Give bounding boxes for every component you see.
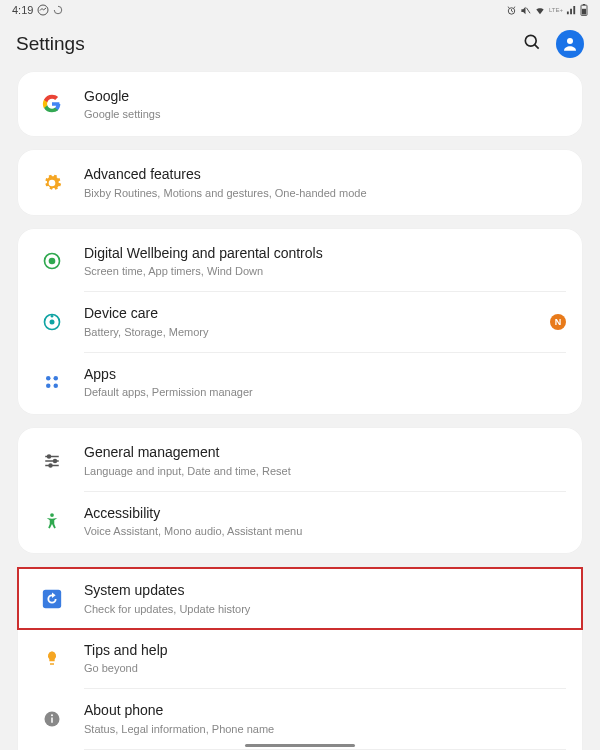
svg-point-13 xyxy=(51,315,54,318)
alarm-icon xyxy=(506,5,517,16)
notification-badge: N xyxy=(550,314,566,330)
row-sub: Screen time, App timers, Wind Down xyxy=(84,264,566,278)
row-accessibility[interactable]: Accessibility Voice Assistant, Mono audi… xyxy=(18,491,582,551)
row-sub: Default apps, Permission manager xyxy=(84,385,566,399)
svg-point-14 xyxy=(46,376,51,381)
settings-list: Google Google settings Advanced features… xyxy=(0,72,600,750)
row-title: About phone xyxy=(84,701,566,719)
svg-line-2 xyxy=(526,7,530,13)
mute-icon xyxy=(520,5,531,16)
svg-point-10 xyxy=(49,258,56,265)
svg-rect-27 xyxy=(51,717,53,722)
svg-point-24 xyxy=(50,513,54,517)
system-update-icon xyxy=(32,588,72,610)
row-about-phone[interactable]: About phone Status, Legal information, P… xyxy=(18,688,582,748)
row-sub: Battery, Storage, Memory xyxy=(84,325,542,339)
swirl-icon xyxy=(53,5,63,15)
profile-avatar[interactable] xyxy=(556,30,584,58)
card-system: System updates Check for updates, Update… xyxy=(18,567,582,750)
svg-point-28 xyxy=(51,714,53,716)
row-sub: Google settings xyxy=(84,107,566,121)
card-device: Digital Wellbeing and parental controls … xyxy=(18,229,582,414)
lte-label: LTE+ xyxy=(549,7,563,13)
svg-point-17 xyxy=(54,384,59,389)
row-google[interactable]: Google Google settings xyxy=(18,74,582,134)
card-management: General management Language and input, D… xyxy=(18,428,582,553)
messenger-icon xyxy=(37,4,49,16)
row-apps[interactable]: Apps Default apps, Permission manager xyxy=(18,352,582,412)
sliders-icon xyxy=(32,452,72,470)
row-title: Google xyxy=(84,87,566,105)
wifi-icon xyxy=(534,5,546,16)
wellbeing-icon xyxy=(32,251,72,271)
row-sub: Voice Assistant, Mono audio, Assistant m… xyxy=(84,524,566,538)
gear-icon xyxy=(32,173,72,193)
svg-point-21 xyxy=(48,455,51,458)
svg-rect-25 xyxy=(43,589,61,607)
row-title: Tips and help xyxy=(84,641,566,659)
row-sub: Go beyond xyxy=(84,661,566,675)
svg-point-15 xyxy=(54,376,59,381)
svg-line-7 xyxy=(535,45,539,49)
search-icon[interactable] xyxy=(522,32,542,56)
svg-point-22 xyxy=(54,459,57,462)
svg-point-16 xyxy=(46,384,51,389)
header: Settings xyxy=(0,20,600,72)
device-care-icon xyxy=(32,312,72,332)
svg-point-12 xyxy=(50,319,55,324)
svg-point-8 xyxy=(567,38,573,44)
row-sub: Language and input, Date and time, Reset xyxy=(84,464,566,478)
row-digital-wellbeing[interactable]: Digital Wellbeing and parental controls … xyxy=(18,231,582,291)
battery-icon xyxy=(580,4,588,16)
row-device-care[interactable]: Device care Battery, Storage, Memory N xyxy=(18,291,582,351)
row-tips-help[interactable]: Tips and help Go beyond xyxy=(18,628,582,688)
page-title: Settings xyxy=(16,33,85,55)
svg-rect-5 xyxy=(582,9,586,15)
row-system-updates[interactable]: System updates Check for updates, Update… xyxy=(18,568,582,628)
row-title: Advanced features xyxy=(84,165,566,183)
accessibility-icon xyxy=(32,511,72,531)
row-title: Digital Wellbeing and parental controls xyxy=(84,244,566,262)
card-google: Google Google settings xyxy=(18,72,582,136)
status-time: 4:19 xyxy=(12,4,33,16)
row-sub: Check for updates, Update history xyxy=(84,602,566,616)
svg-rect-4 xyxy=(583,4,585,5)
row-general-management[interactable]: General management Language and input, D… xyxy=(18,430,582,490)
google-icon xyxy=(32,94,72,114)
apps-icon xyxy=(32,373,72,391)
row-title: Accessibility xyxy=(84,504,566,522)
card-advanced: Advanced features Bixby Routines, Motion… xyxy=(18,150,582,214)
status-bar: 4:19 LTE+ xyxy=(0,0,600,20)
row-sub: Bixby Routines, Motions and gestures, On… xyxy=(84,186,566,200)
row-sub: Status, Legal information, Phone name xyxy=(84,722,566,736)
row-title: General management xyxy=(84,443,566,461)
row-title: Apps xyxy=(84,365,566,383)
row-advanced-features[interactable]: Advanced features Bixby Routines, Motion… xyxy=(18,152,582,212)
row-title: System updates xyxy=(84,581,566,599)
info-icon xyxy=(32,710,72,728)
svg-point-23 xyxy=(49,464,52,467)
lightbulb-icon xyxy=(32,648,72,668)
signal-icon xyxy=(566,5,577,16)
home-indicator[interactable] xyxy=(245,744,355,747)
svg-point-6 xyxy=(525,35,536,46)
row-title: Device care xyxy=(84,304,542,322)
